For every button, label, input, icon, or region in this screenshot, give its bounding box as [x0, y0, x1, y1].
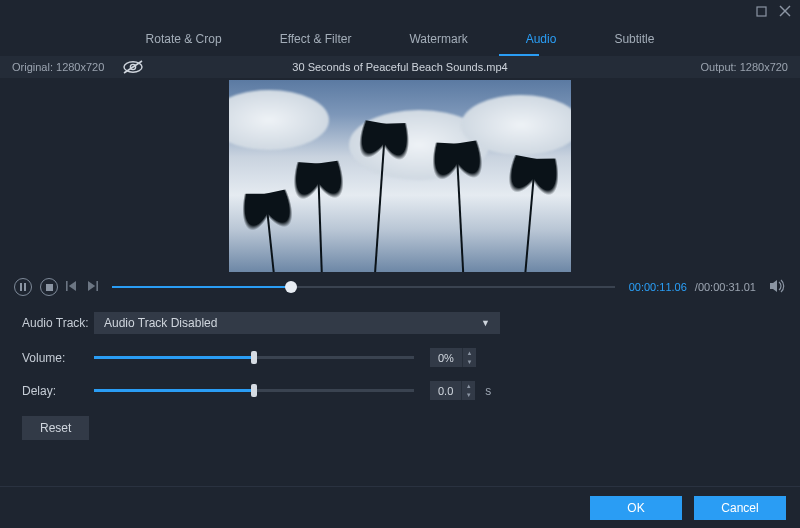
svg-marker-10: [69, 281, 76, 291]
duration-label: /00:00:31.01: [695, 281, 756, 293]
player-bar: 00:00:11.06/00:00:31.01: [0, 272, 800, 304]
svg-rect-6: [20, 283, 22, 291]
play-pause-button[interactable]: [14, 278, 32, 296]
tab-subtitle[interactable]: Subtitle: [610, 24, 658, 54]
svg-rect-0: [757, 7, 766, 16]
svg-marker-11: [88, 281, 95, 291]
delay-unit-label: s: [485, 384, 491, 398]
audio-track-select[interactable]: Audio Track Disabled ▼: [94, 312, 500, 334]
cancel-button[interactable]: Cancel: [694, 496, 786, 520]
maximize-icon[interactable]: [754, 4, 768, 18]
tab-audio[interactable]: Audio: [522, 24, 561, 54]
volume-value: 0%: [430, 352, 462, 364]
reset-button[interactable]: Reset: [22, 416, 89, 440]
audio-track-label: Audio Track:: [22, 316, 94, 330]
video-preview: [229, 80, 571, 272]
svg-rect-8: [46, 284, 53, 291]
volume-icon[interactable]: [770, 279, 786, 296]
delay-step-down[interactable]: ▼: [462, 391, 475, 401]
tab-bar: Rotate & Crop Effect & Filter Watermark …: [0, 22, 800, 56]
volume-slider[interactable]: [94, 356, 414, 359]
footer-bar: OK Cancel: [0, 486, 800, 528]
delay-value-stepper[interactable]: 0.0 ▲▼: [430, 381, 475, 400]
delay-step-up[interactable]: ▲: [462, 381, 475, 391]
chevron-down-icon: ▼: [481, 318, 490, 328]
tab-watermark[interactable]: Watermark: [405, 24, 471, 54]
volume-label: Volume:: [22, 351, 94, 365]
stop-button[interactable]: [40, 278, 58, 296]
audio-controls: Audio Track: Audio Track Disabled ▼ Volu…: [0, 304, 800, 440]
ok-button[interactable]: OK: [590, 496, 682, 520]
svg-rect-9: [66, 281, 68, 291]
volume-value-stepper[interactable]: 0% ▲▼: [430, 348, 476, 367]
delay-slider[interactable]: [94, 389, 414, 392]
prev-frame-button[interactable]: [66, 281, 78, 293]
svg-rect-12: [96, 281, 98, 291]
current-time-label: 00:00:11.06: [629, 281, 687, 293]
info-bar: Original: 1280x720 30 Seconds of Peacefu…: [0, 56, 800, 78]
titlebar: [0, 0, 800, 22]
svg-marker-13: [770, 280, 777, 292]
tab-effect-filter[interactable]: Effect & Filter: [276, 24, 356, 54]
timeline-slider[interactable]: [112, 286, 615, 288]
volume-step-up[interactable]: ▲: [463, 348, 476, 358]
delay-value: 0.0: [430, 385, 461, 397]
volume-step-down[interactable]: ▼: [463, 358, 476, 368]
close-icon[interactable]: [778, 4, 792, 18]
tab-rotate-crop[interactable]: Rotate & Crop: [142, 24, 226, 54]
svg-rect-7: [24, 283, 26, 291]
output-resolution-label: Output: 1280x720: [701, 61, 788, 73]
delay-label: Delay:: [22, 384, 94, 398]
next-frame-button[interactable]: [86, 281, 98, 293]
audio-track-value: Audio Track Disabled: [104, 316, 217, 330]
original-resolution-label: Original: 1280x720: [12, 61, 104, 73]
preview-toggle-icon[interactable]: [122, 60, 142, 74]
